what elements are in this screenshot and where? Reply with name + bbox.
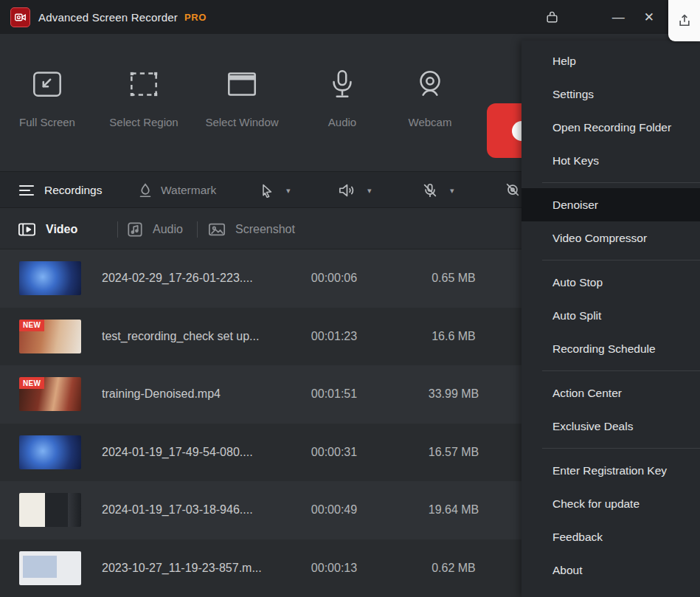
menu-divider — [542, 370, 700, 371]
menu-item-enter-registration-key[interactable]: Enter Registration Key — [521, 454, 700, 487]
recording-duration: 00:01:51 — [294, 387, 375, 401]
mode-label: Select Region — [96, 116, 192, 128]
menu-item-action-center[interactable]: Action Center — [521, 376, 700, 410]
tab-audio[interactable]: Audio — [127, 209, 183, 249]
new-badge: NEW — [19, 320, 44, 331]
share-panel[interactable] — [668, 0, 700, 41]
recording-size: 0.65 MB — [413, 272, 494, 285]
speaker-dropdown[interactable]: ▾ — [338, 172, 372, 209]
recording-duration: 00:00:06 — [294, 272, 375, 285]
recording-size: 16.6 MB — [413, 330, 494, 343]
chevron-down-icon: ▾ — [286, 186, 291, 196]
recording-size: 0.62 MB — [413, 562, 494, 575]
close-icon[interactable]: ✕ — [644, 11, 654, 24]
tab-separator — [117, 221, 118, 238]
mode-label: Full Screen — [0, 116, 95, 128]
app-window: Advanced Screen Recorder PRO — ✕ — [0, 0, 700, 597]
tab-video[interactable]: Video — [18, 209, 77, 249]
recording-thumbnail — [19, 261, 81, 295]
menu-item-video-compressor[interactable]: Video Compressor — [521, 221, 700, 255]
recording-duration: 00:00:13 — [294, 562, 375, 575]
microphone-icon — [323, 65, 361, 103]
menu-item-recording-schedule[interactable]: Recording Schedule — [521, 332, 700, 365]
menu-item-denoiser[interactable]: Denoiser — [521, 188, 700, 221]
menu-item-help[interactable]: Help — [521, 44, 700, 77]
chevron-down-icon: ▾ — [367, 186, 372, 196]
cursor-icon — [260, 183, 274, 198]
mode-select-region[interactable]: Select Region — [96, 65, 192, 128]
mode-label: Webcam — [382, 116, 478, 128]
recording-thumbnail: NEW — [19, 377, 81, 411]
recording-name: 2024-01-19_17-49-54-080.... — [102, 446, 294, 459]
recording-size: 19.64 MB — [413, 503, 494, 517]
mode-select-window[interactable]: Select Window — [194, 65, 290, 128]
mode-webcam[interactable]: Webcam — [382, 65, 478, 128]
minimize-icon[interactable]: — — [612, 11, 625, 24]
menu-icon[interactable] — [578, 11, 593, 22]
audio-tab-icon — [127, 221, 143, 238]
recording-thumbnail — [19, 493, 81, 527]
titlebar-controls: — ✕ — [545, 0, 654, 34]
recording-name: 2024-01-19_17-03-18-946.... — [102, 503, 294, 517]
tab-label: Audio — [153, 223, 183, 236]
menu-divider — [542, 260, 700, 260]
recording-name: 2023-10-27_11-19-23-857.m... — [102, 562, 294, 575]
recording-duration: 00:01:23 — [294, 330, 375, 343]
mode-full-screen[interactable]: Full Screen — [0, 65, 95, 128]
app-dropdown-menu: Help Settings Open Recording Folder Hot … — [521, 41, 700, 597]
menu-item-feedback[interactable]: Feedback — [521, 520, 700, 553]
menu-item-auto-stop[interactable]: Auto Stop — [521, 266, 700, 299]
microphone-muted-icon — [422, 182, 438, 199]
watermark-label: Watermark — [161, 184, 216, 197]
app-title: Advanced Screen Recorder — [38, 11, 178, 24]
webcam-icon — [411, 65, 449, 103]
recording-name: training-Denoised.mp4 — [102, 387, 294, 401]
pro-badge: PRO — [184, 12, 207, 23]
recording-thumbnail — [19, 551, 81, 585]
recording-name: test_recording_check set up... — [102, 330, 294, 343]
menu-item-settings[interactable]: Settings — [521, 77, 700, 111]
menu-item-exclusive-deals[interactable]: Exclusive Deals — [521, 410, 700, 443]
speaker-icon — [338, 182, 356, 199]
webcam-dropdown[interactable] — [505, 172, 521, 209]
app-logo-camera-icon — [10, 7, 30, 27]
select-region-icon — [125, 65, 163, 103]
microphone-dropdown[interactable]: ▾ — [422, 172, 454, 209]
recording-size: 16.57 MB — [413, 446, 494, 459]
recording-size: 33.99 MB — [413, 387, 494, 401]
recording-thumbnail: NEW — [19, 320, 81, 353]
menu-item-open-recording-folder[interactable]: Open Recording Folder — [521, 111, 700, 144]
menu-item-check-for-update[interactable]: Check for update — [521, 487, 700, 520]
tab-separator — [197, 221, 198, 238]
cursor-dropdown[interactable]: ▾ — [260, 172, 291, 209]
mode-label: Audio — [294, 116, 390, 128]
titlebar: Advanced Screen Recorder PRO — ✕ — [0, 0, 700, 34]
chevron-down-icon: ▾ — [450, 186, 454, 196]
tab-screenshot[interactable]: Screenshot — [208, 209, 295, 249]
recordings-button[interactable]: Recordings — [18, 172, 102, 209]
fullscreen-icon — [28, 65, 66, 103]
mode-label: Select Window — [194, 116, 290, 128]
premium-lock-icon[interactable] — [545, 10, 559, 24]
recordings-label: Recordings — [44, 184, 102, 197]
webcam-muted-icon — [505, 182, 521, 199]
screenshot-tab-icon — [208, 221, 226, 238]
menu-item-auto-split[interactable]: Auto Split — [521, 299, 700, 332]
menu-divider — [542, 448, 700, 449]
recording-name: 2024-02-29_17-26-01-223.... — [102, 272, 294, 285]
recording-thumbnail — [19, 435, 81, 469]
menu-item-hot-keys[interactable]: Hot Keys — [521, 144, 700, 177]
new-badge: NEW — [19, 377, 44, 389]
menu-item-about[interactable]: About — [521, 553, 700, 587]
recording-duration: 00:00:49 — [294, 503, 375, 517]
recording-duration: 00:00:31 — [294, 446, 375, 459]
share-icon — [677, 13, 692, 29]
tab-label: Screenshot — [235, 223, 295, 236]
tab-label: Video — [46, 223, 77, 236]
video-tab-icon — [18, 221, 36, 238]
menu-divider — [542, 182, 700, 183]
watermark-icon — [137, 182, 153, 199]
mode-audio[interactable]: Audio — [294, 65, 390, 128]
watermark-button[interactable]: Watermark — [137, 172, 216, 209]
recordings-list-icon — [18, 182, 37, 199]
